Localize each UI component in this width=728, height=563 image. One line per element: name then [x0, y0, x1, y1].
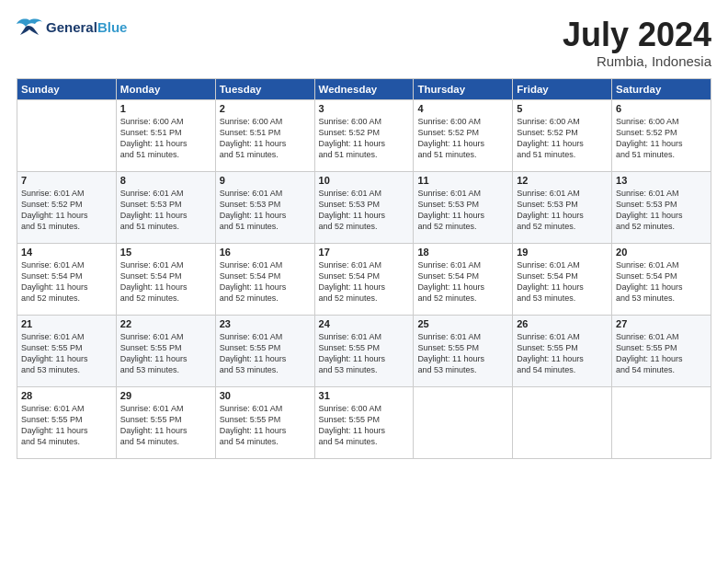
calendar-cell: 20Sunrise: 6:01 AM Sunset: 5:54 PM Dayli…	[612, 243, 711, 315]
day-info: Sunrise: 6:01 AM Sunset: 5:53 PM Dayligh…	[319, 188, 410, 233]
day-info: Sunrise: 6:01 AM Sunset: 5:55 PM Dayligh…	[220, 403, 311, 448]
calendar-cell: 1Sunrise: 6:00 AM Sunset: 5:51 PM Daylig…	[116, 99, 215, 171]
calendar-cell: 22Sunrise: 6:01 AM Sunset: 5:55 PM Dayli…	[116, 315, 215, 386]
calendar-cell: 5Sunrise: 6:00 AM Sunset: 5:52 PM Daylig…	[513, 99, 612, 171]
calendar-cell	[414, 386, 513, 458]
day-number: 11	[417, 175, 508, 186]
day-info: Sunrise: 6:01 AM Sunset: 5:54 PM Dayligh…	[319, 259, 410, 304]
day-info: Sunrise: 6:00 AM Sunset: 5:51 PM Dayligh…	[220, 116, 311, 161]
header: GeneralBlue July 2024 Rumbia, Indonesia	[17, 17, 711, 69]
day-info: Sunrise: 6:01 AM Sunset: 5:54 PM Dayligh…	[220, 259, 311, 304]
col-header-friday: Friday	[513, 78, 612, 99]
calendar-cell: 25Sunrise: 6:01 AM Sunset: 5:55 PM Dayli…	[414, 315, 513, 386]
day-info: Sunrise: 6:01 AM Sunset: 5:55 PM Dayligh…	[120, 403, 211, 448]
calendar-cell: 24Sunrise: 6:01 AM Sunset: 5:55 PM Dayli…	[314, 315, 414, 386]
day-number: 29	[120, 390, 211, 401]
calendar-cell: 12Sunrise: 6:01 AM Sunset: 5:53 PM Dayli…	[513, 171, 612, 243]
day-number: 15	[120, 247, 211, 258]
calendar-cell: 26Sunrise: 6:01 AM Sunset: 5:55 PM Dayli…	[513, 315, 612, 386]
calendar-cell: 17Sunrise: 6:01 AM Sunset: 5:54 PM Dayli…	[314, 243, 414, 315]
day-number: 23	[220, 318, 311, 329]
col-header-wednesday: Wednesday	[314, 78, 414, 99]
day-number: 28	[21, 390, 112, 401]
day-number: 22	[120, 318, 211, 329]
day-info: Sunrise: 6:01 AM Sunset: 5:55 PM Dayligh…	[120, 331, 211, 376]
day-info: Sunrise: 6:01 AM Sunset: 5:53 PM Dayligh…	[120, 188, 211, 233]
day-info: Sunrise: 6:01 AM Sunset: 5:55 PM Dayligh…	[21, 403, 112, 448]
day-number: 9	[220, 175, 311, 186]
day-number: 18	[417, 247, 508, 258]
day-number: 12	[517, 175, 608, 186]
page-container: GeneralBlue July 2024 Rumbia, Indonesia …	[0, 0, 728, 468]
col-header-thursday: Thursday	[414, 78, 513, 99]
header-row: SundayMondayTuesdayWednesdayThursdayFrid…	[17, 78, 711, 99]
day-info: Sunrise: 6:00 AM Sunset: 5:51 PM Dayligh…	[120, 116, 211, 161]
calendar-table: SundayMondayTuesdayWednesdayThursdayFrid…	[17, 78, 711, 459]
day-number: 4	[417, 103, 508, 114]
day-info: Sunrise: 6:01 AM Sunset: 5:55 PM Dayligh…	[319, 331, 410, 376]
day-info: Sunrise: 6:01 AM Sunset: 5:54 PM Dayligh…	[21, 259, 112, 304]
day-number: 17	[319, 247, 410, 258]
day-number: 31	[319, 390, 410, 401]
day-number: 2	[220, 103, 311, 114]
calendar-cell: 4Sunrise: 6:00 AM Sunset: 5:52 PM Daylig…	[414, 99, 513, 171]
day-number: 30	[220, 390, 311, 401]
calendar-cell: 19Sunrise: 6:01 AM Sunset: 5:54 PM Dayli…	[513, 243, 612, 315]
calendar-cell	[612, 386, 711, 458]
day-info: Sunrise: 6:00 AM Sunset: 5:52 PM Dayligh…	[616, 116, 707, 161]
week-row-1: 1Sunrise: 6:00 AM Sunset: 5:51 PM Daylig…	[17, 99, 711, 171]
day-info: Sunrise: 6:01 AM Sunset: 5:54 PM Dayligh…	[417, 259, 508, 304]
calendar-cell	[513, 386, 612, 458]
day-info: Sunrise: 6:01 AM Sunset: 5:55 PM Dayligh…	[517, 331, 608, 376]
day-number: 7	[21, 175, 112, 186]
day-number: 6	[616, 103, 707, 114]
calendar-cell: 30Sunrise: 6:01 AM Sunset: 5:55 PM Dayli…	[215, 386, 314, 458]
day-number: 5	[517, 103, 608, 114]
calendar-cell: 28Sunrise: 6:01 AM Sunset: 5:55 PM Dayli…	[17, 386, 117, 458]
calendar-cell: 13Sunrise: 6:01 AM Sunset: 5:53 PM Dayli…	[612, 171, 711, 243]
day-number: 21	[21, 318, 112, 329]
logo-text: GeneralBlue	[46, 19, 127, 35]
day-number: 14	[21, 247, 112, 258]
title-block: July 2024 Rumbia, Indonesia	[563, 17, 711, 69]
day-info: Sunrise: 6:00 AM Sunset: 5:52 PM Dayligh…	[517, 116, 608, 161]
day-number: 1	[120, 103, 211, 114]
day-info: Sunrise: 6:01 AM Sunset: 5:55 PM Dayligh…	[21, 331, 112, 376]
col-header-monday: Monday	[116, 78, 215, 99]
logo: GeneralBlue	[17, 17, 127, 37]
day-info: Sunrise: 6:01 AM Sunset: 5:53 PM Dayligh…	[417, 188, 508, 233]
day-number: 25	[417, 318, 508, 329]
day-info: Sunrise: 6:01 AM Sunset: 5:53 PM Dayligh…	[517, 188, 608, 233]
day-info: Sunrise: 6:01 AM Sunset: 5:54 PM Dayligh…	[120, 259, 211, 304]
month-title: July 2024	[563, 17, 711, 53]
day-number: 24	[319, 318, 410, 329]
day-info: Sunrise: 6:01 AM Sunset: 5:53 PM Dayligh…	[616, 188, 707, 233]
logo-icon	[17, 17, 42, 37]
calendar-cell	[17, 99, 117, 171]
calendar-cell: 29Sunrise: 6:01 AM Sunset: 5:55 PM Dayli…	[116, 386, 215, 458]
week-row-3: 14Sunrise: 6:01 AM Sunset: 5:54 PM Dayli…	[17, 243, 711, 315]
day-number: 19	[517, 247, 608, 258]
day-info: Sunrise: 6:01 AM Sunset: 5:55 PM Dayligh…	[616, 331, 707, 376]
day-number: 16	[220, 247, 311, 258]
day-number: 27	[616, 318, 707, 329]
day-number: 20	[616, 247, 707, 258]
calendar-cell: 7Sunrise: 6:01 AM Sunset: 5:52 PM Daylig…	[17, 171, 117, 243]
calendar-cell: 9Sunrise: 6:01 AM Sunset: 5:53 PM Daylig…	[215, 171, 314, 243]
calendar-cell: 2Sunrise: 6:00 AM Sunset: 5:51 PM Daylig…	[215, 99, 314, 171]
day-info: Sunrise: 6:00 AM Sunset: 5:55 PM Dayligh…	[319, 403, 410, 448]
calendar-cell: 16Sunrise: 6:01 AM Sunset: 5:54 PM Dayli…	[215, 243, 314, 315]
day-info: Sunrise: 6:01 AM Sunset: 5:52 PM Dayligh…	[21, 188, 112, 233]
calendar-cell: 10Sunrise: 6:01 AM Sunset: 5:53 PM Dayli…	[314, 171, 414, 243]
day-info: Sunrise: 6:01 AM Sunset: 5:55 PM Dayligh…	[220, 331, 311, 376]
col-header-saturday: Saturday	[612, 78, 711, 99]
day-number: 3	[319, 103, 410, 114]
calendar-cell: 14Sunrise: 6:01 AM Sunset: 5:54 PM Dayli…	[17, 243, 117, 315]
col-header-tuesday: Tuesday	[215, 78, 314, 99]
col-header-sunday: Sunday	[17, 78, 117, 99]
day-info: Sunrise: 6:01 AM Sunset: 5:54 PM Dayligh…	[517, 259, 608, 304]
week-row-5: 28Sunrise: 6:01 AM Sunset: 5:55 PM Dayli…	[17, 386, 711, 458]
calendar-cell: 11Sunrise: 6:01 AM Sunset: 5:53 PM Dayli…	[414, 171, 513, 243]
week-row-4: 21Sunrise: 6:01 AM Sunset: 5:55 PM Dayli…	[17, 315, 711, 386]
week-row-2: 7Sunrise: 6:01 AM Sunset: 5:52 PM Daylig…	[17, 171, 711, 243]
